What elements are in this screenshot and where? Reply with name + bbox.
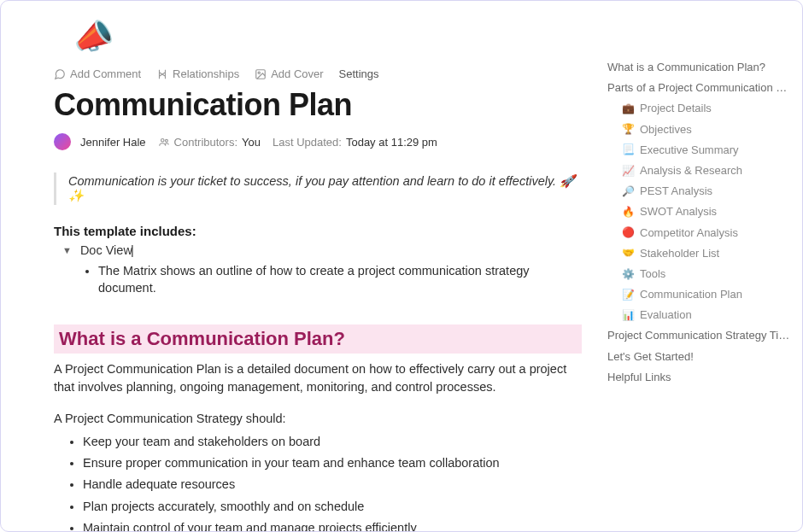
toc-item[interactable]: What is a Communication Plan? [607,57,790,78]
quote-block[interactable]: Communication is your ticket to success,… [54,172,582,205]
contributors-field[interactable]: Contributors: You [158,136,261,149]
toggle-body[interactable]: The Matrix shows an outline of how to cr… [54,262,582,297]
toc-emoji-icon: 📃 [621,143,635,157]
toc-sub-item[interactable]: 🔴Competitor Analysis [607,223,790,243]
list-item[interactable]: Maintain control of your team and manage… [83,517,582,531]
toggle-body-text: The Matrix shows an outline of how to cr… [98,262,582,297]
toc-sub-label: Competitor Analysis [640,225,738,241]
add-cover-button[interactable]: Add Cover [255,67,323,80]
table-of-contents: What is a Communication Plan?Parts of a … [607,1,802,531]
author-name: Jennifer Hale [80,136,146,149]
toc-sub-item[interactable]: 🔥SWOT Analysis [607,202,790,222]
svg-point-2 [161,139,164,143]
last-updated-value: Today at 11:29 pm [346,136,437,149]
toc-sub-item[interactable]: 🏆Objectives [607,120,790,140]
toc-item[interactable]: Helpful Links [607,367,790,388]
list-item[interactable]: Handle adequate resources [83,474,582,495]
toc-sub-label: Project Details [640,101,712,116]
toc-item[interactable]: Parts of a Project Communication St... [607,78,790,98]
toolbar-label: Settings [339,67,379,80]
toc-emoji-icon: 🔎 [621,184,635,199]
toc-sub-item[interactable]: 📈Analysis & Research [607,161,790,181]
comment-icon [54,68,66,80]
toc-emoji-icon: 📝 [621,288,635,302]
list-item[interactable]: Plan projects accurately, smoothly and o… [83,496,582,517]
toolbar-label: Add Cover [271,67,323,80]
contributors-value: You [242,136,261,149]
section-paragraph[interactable]: A Project Communication Plan is a detail… [54,360,582,396]
svg-point-3 [165,139,167,142]
avatar [54,133,71,150]
image-icon [255,68,267,80]
page-title[interactable]: Communication Plan [54,87,582,123]
svg-point-1 [258,72,260,73]
toc-sub-label: SWOT Analysis [640,204,717,219]
main-content: 📣 Add Comment Relationships Add Cover [1,1,607,531]
settings-button[interactable]: Settings [339,67,379,80]
add-comment-button[interactable]: Add Comment [54,67,141,80]
people-icon [158,136,170,148]
toc-sub-label: PEST Analysis [640,184,712,199]
toc-sub-item[interactable]: 📝Communication Plan [607,284,790,305]
toc-sub-item[interactable]: 📃Executive Summary [607,140,790,161]
toc-emoji-icon: 🔥 [621,205,635,219]
last-updated-label: Last Updated: [273,136,342,149]
toc-sub-label: Tools [640,266,665,282]
toolbar-label: Relationships [173,67,239,80]
toc-item[interactable]: Project Communication Strategy Tips! [607,325,790,346]
toc-emoji-icon: 📊 [621,308,635,323]
page-toolbar: Add Comment Relationships Add Cover Sett… [54,67,582,80]
page-icon-wrapper: 📣 [54,18,582,56]
document-page: 📣 Add Comment Relationships Add Cover [0,0,803,532]
list-item[interactable]: Ensure proper communication in your team… [83,453,582,474]
toc-sub-label: Stakeholder List [640,246,719,261]
caret-down-icon: ▼ [62,245,72,255]
quote-text: Communication is your ticket to success,… [68,174,575,202]
toc-sub-label: Evaluation [640,307,692,323]
relations-icon [156,68,168,80]
author-field[interactable]: Jennifer Hale [54,133,146,150]
toc-sub-label: Executive Summary [640,143,739,158]
toc-emoji-icon: 🤝 [621,246,635,260]
toggle-docview[interactable]: ▼ Doc View [54,243,582,257]
toc-item[interactable]: Let's Get Started! [607,347,790,367]
toc-sub-label: Communication Plan [640,287,742,302]
includes-heading[interactable]: This template includes: [54,224,582,238]
section-lead[interactable]: A Project Communication Strategy should: [54,410,582,428]
strategy-bullet-list[interactable]: Keep your team and stakeholders on board… [54,431,582,531]
contributors-label: Contributors: [174,136,237,149]
toc-sub-label: Objectives [640,122,692,137]
list-item[interactable]: Keep your team and stakeholders on board [83,431,582,453]
toolbar-label: Add Comment [70,67,141,80]
toggle-label: Doc View [80,243,134,257]
relationships-button[interactable]: Relationships [156,67,239,80]
toc-sub-item[interactable]: 🤝Stakeholder List [607,243,790,264]
megaphone-icon[interactable]: 📣 [70,15,116,58]
meta-row: Jennifer Hale Contributors: You Last Upd… [54,133,582,150]
toc-sub-label: Analysis & Research [640,163,742,178]
toc-sub-item[interactable]: ⚙️Tools [607,264,790,284]
toc-sub-item[interactable]: 📊Evaluation [607,305,790,325]
section-heading[interactable]: What is a Communication Plan? [54,324,582,354]
toc-emoji-icon: 🔴 [621,225,635,240]
toc-sub-item[interactable]: 💼Project Details [607,98,790,119]
toc-emoji-icon: 🏆 [621,122,635,137]
toc-emoji-icon: 📈 [621,164,635,178]
toc-emoji-icon: 💼 [621,102,635,116]
toc-emoji-icon: ⚙️ [621,267,635,282]
toc-sub-item[interactable]: 🔎PEST Analysis [607,181,790,202]
last-updated-field: Last Updated: Today at 11:29 pm [273,136,437,149]
